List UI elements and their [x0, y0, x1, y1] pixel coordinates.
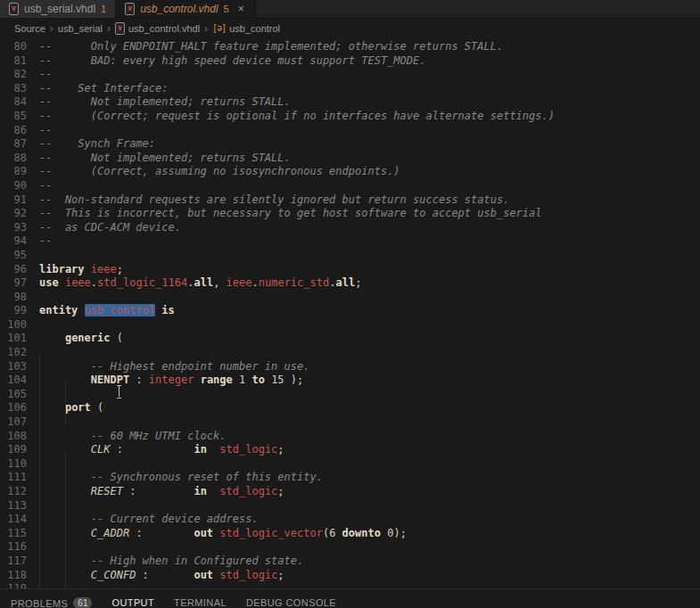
- line-number[interactable]: 92: [0, 207, 27, 221]
- code-line[interactable]: 96library ieee;: [0, 263, 700, 277]
- code-line[interactable]: 117 -- High when in Configured state.: [0, 555, 700, 569]
- line-number[interactable]: 94: [0, 234, 27, 249]
- line-number[interactable]: 117: [0, 555, 27, 569]
- line-number[interactable]: 80: [0, 40, 27, 54]
- line-number[interactable]: 103: [0, 360, 27, 374]
- line-number[interactable]: 112: [0, 485, 27, 499]
- code-line[interactable]: 109 CLK : in std_logic;: [0, 443, 700, 457]
- line-number[interactable]: 111: [0, 471, 27, 485]
- code-line[interactable]: 101 generic (: [0, 332, 700, 346]
- close-icon[interactable]: ×: [236, 3, 246, 15]
- code-line[interactable]: 85-- (Correct; request is optional if no…: [0, 110, 700, 124]
- line-number[interactable]: 108: [0, 430, 27, 444]
- code-line[interactable]: 107: [0, 415, 700, 430]
- code-line[interactable]: 114 -- Current device address.: [0, 513, 700, 527]
- code-text: --: [27, 68, 52, 82]
- line-number[interactable]: 83: [0, 82, 27, 96]
- chevron-right-icon: ›: [107, 22, 111, 35]
- line-number[interactable]: 113: [0, 499, 27, 514]
- code-line[interactable]: 111 -- Synchronous reset of this entity.: [0, 471, 700, 485]
- code-line[interactable]: 90--: [0, 179, 700, 193]
- code-line[interactable]: 91-- Non-standard requests are silently …: [0, 193, 700, 208]
- panel-tab-debug-console[interactable]: DEBUG CONSOLE: [246, 597, 336, 608]
- line-number[interactable]: 85: [0, 110, 27, 124]
- line-number[interactable]: 86: [0, 124, 27, 138]
- line-number[interactable]: 105: [0, 388, 27, 402]
- line-number[interactable]: 99: [0, 304, 27, 318]
- code-area[interactable]: 80-- Only ENDPOINT_HALT feature implemen…: [0, 40, 700, 588]
- line-number[interactable]: 104: [0, 374, 27, 388]
- tab-usb-serial[interactable]: usb_serial.vhdl 1: [0, 0, 116, 18]
- line-number[interactable]: 90: [0, 179, 27, 193]
- panel-tab-bar: PROBLEMS61OUTPUTTERMINALDEBUG CONSOLE: [0, 588, 700, 608]
- line-number[interactable]: 89: [0, 165, 27, 179]
- line-number[interactable]: 95: [0, 249, 27, 263]
- panel-tab-problems[interactable]: PROBLEMS61: [11, 597, 92, 608]
- code-line[interactable]: 119: [0, 582, 700, 588]
- breadcrumb-entity[interactable]: [ə] usb_control: [212, 23, 280, 34]
- line-number[interactable]: 116: [0, 540, 27, 555]
- code-line[interactable]: 113: [0, 499, 700, 514]
- code-line[interactable]: 97use ieee.std_logic_1164.all, ieee.nume…: [0, 276, 700, 291]
- code-line[interactable]: 118 C_CONFD : out std_logic;: [0, 569, 700, 583]
- line-number[interactable]: 84: [0, 95, 27, 110]
- tab-usb-control[interactable]: usb_control.vhdl 5 ×: [116, 0, 256, 18]
- line-number[interactable]: 82: [0, 68, 27, 82]
- line-number[interactable]: 114: [0, 513, 27, 527]
- panel-tab-label: OUTPUT: [111, 597, 154, 608]
- code-line[interactable]: 108 -- 60 MHz UTMI clock.: [0, 430, 700, 444]
- line-number[interactable]: 81: [0, 54, 27, 69]
- code-line[interactable]: 83-- Set Interface:: [0, 82, 700, 96]
- line-number[interactable]: 119: [0, 582, 27, 588]
- code-line[interactable]: 84-- Not implemented; returns STALL.: [0, 95, 700, 110]
- line-number[interactable]: 100: [0, 318, 27, 333]
- code-line[interactable]: 81-- BAD: every high speed device must s…: [0, 54, 700, 69]
- code-line[interactable]: 92-- This is incorrect, but necessary to…: [0, 207, 700, 221]
- code-editor[interactable]: 80-- Only ENDPOINT_HALT feature implemen…: [0, 37, 700, 588]
- code-line[interactable]: 115 C_ADDR : out std_logic_vector(6 down…: [0, 527, 700, 541]
- code-line[interactable]: 102: [0, 346, 700, 360]
- panel-tab-terminal[interactable]: TERMINAL: [174, 597, 226, 608]
- code-line[interactable]: 100: [0, 318, 700, 333]
- code-line[interactable]: 110: [0, 457, 700, 472]
- code-line[interactable]: 99entity usb_control is: [0, 304, 700, 318]
- editor-tab-bar: usb_serial.vhdl 1 usb_control.vhdl 5 ×: [0, 0, 700, 19]
- breadcrumb-source[interactable]: Source: [14, 23, 45, 34]
- code-line[interactable]: 112 RESET : in std_logic;: [0, 485, 700, 499]
- line-number[interactable]: 88: [0, 152, 27, 166]
- code-line[interactable]: 82--: [0, 68, 700, 82]
- code-line[interactable]: 95: [0, 249, 700, 263]
- breadcrumb-usb-serial[interactable]: usb_serial: [58, 23, 103, 34]
- code-line[interactable]: 87-- Synch Frame:: [0, 137, 700, 152]
- code-line[interactable]: 89-- (Correct, assuming no isosynchronou…: [0, 165, 700, 179]
- code-line[interactable]: 103 -- Highest endpoint number in use.: [0, 360, 700, 374]
- panel-tab-output[interactable]: OUTPUT: [111, 597, 154, 608]
- breadcrumb-file[interactable]: usb_control.vhdl: [115, 22, 200, 35]
- code-line[interactable]: 106 port (: [0, 401, 700, 415]
- line-number[interactable]: 107: [0, 415, 27, 430]
- line-number[interactable]: 106: [0, 401, 27, 415]
- line-number[interactable]: 98: [0, 291, 27, 305]
- code-line[interactable]: 86--: [0, 124, 700, 138]
- line-number[interactable]: 91: [0, 193, 27, 208]
- code-line[interactable]: 104 NENDPT : integer range 1 to 15 );: [0, 374, 700, 388]
- code-line[interactable]: 116: [0, 540, 700, 555]
- line-number[interactable]: 87: [0, 137, 27, 152]
- code-line[interactable]: 105: [0, 388, 700, 402]
- line-number[interactable]: 96: [0, 263, 27, 277]
- code-line[interactable]: 94--: [0, 234, 700, 249]
- line-number[interactable]: 115: [0, 527, 27, 541]
- code-line[interactable]: 93-- as CDC-ACM device.: [0, 221, 700, 235]
- breadcrumb-file-label: usb_control.vhdl: [128, 23, 200, 34]
- line-number[interactable]: 97: [0, 276, 27, 291]
- line-number[interactable]: 118: [0, 569, 27, 583]
- line-number[interactable]: 109: [0, 443, 27, 457]
- line-number[interactable]: 101: [0, 332, 27, 346]
- code-line[interactable]: 80-- Only ENDPOINT_HALT feature implemen…: [0, 40, 700, 54]
- line-number[interactable]: 93: [0, 221, 27, 235]
- code-text: -- BAD: every high speed device must sup…: [27, 54, 425, 69]
- line-number[interactable]: 110: [0, 457, 27, 472]
- code-line[interactable]: 98: [0, 291, 700, 305]
- line-number[interactable]: 102: [0, 346, 27, 360]
- code-line[interactable]: 88-- Not implemented; returns STALL.: [0, 152, 700, 166]
